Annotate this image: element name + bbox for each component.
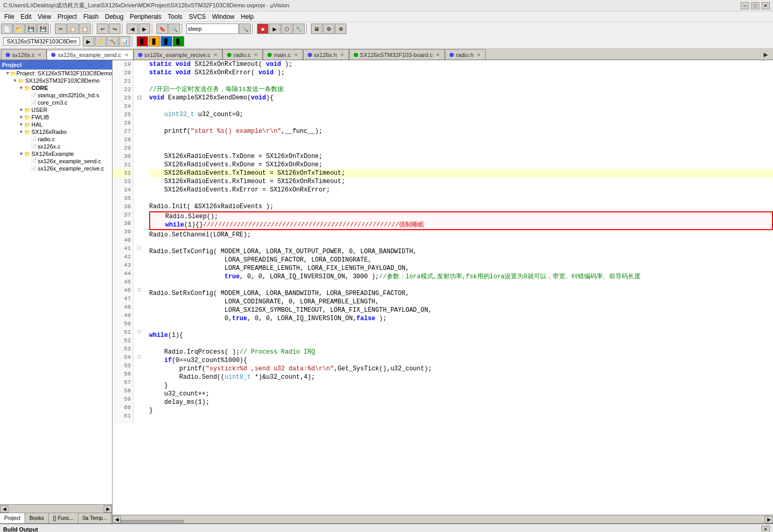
tree-sx126x-radio[interactable]: ▼ 📁 SX126xRadio	[0, 128, 112, 135]
hscroll-left[interactable]: ◀	[113, 516, 121, 523]
tab-radio-h[interactable]: radio.h ✕	[445, 49, 486, 60]
toolbar-save-all[interactable]: 💾	[37, 24, 49, 34]
menu-peripherals[interactable]: Peripherals	[127, 13, 165, 21]
toolbar-color1[interactable]: ▊	[137, 36, 148, 47]
tree-example-recive[interactable]: 📄 sx126x_example_recive.c	[0, 165, 112, 172]
toolbar-color4[interactable]: ▊	[173, 36, 184, 47]
minimize-button[interactable]: ─	[741, 2, 749, 9]
toolbar-monitor[interactable]: 🖥	[311, 24, 322, 34]
tab-close[interactable]: ✕	[125, 52, 129, 58]
toolbar-cut[interactable]: ✂	[55, 24, 66, 34]
tree-demo[interactable]: ▼ 📁 SX126xSTM32F103C8Demo	[0, 77, 112, 84]
search-input[interactable]	[186, 24, 239, 34]
toolbar-paste[interactable]: 📋	[79, 24, 91, 34]
tree-user[interactable]: ▼ 📁 USER	[0, 106, 112, 114]
hscroll-thumb[interactable]	[121, 520, 184, 524]
menu-help[interactable]: Help	[238, 13, 257, 21]
menu-svcs[interactable]: SVCS	[186, 13, 209, 21]
menu-view[interactable]: View	[35, 13, 54, 21]
maximize-button[interactable]: □	[751, 2, 759, 9]
toolbar-target1[interactable]: ▶	[83, 36, 94, 47]
tab-recive[interactable]: sx126x_example_recive.c ✕	[133, 49, 223, 60]
toolbar-dbg1[interactable]: ⚙	[323, 24, 334, 34]
tree-label: Project: SX126xSTM32F103C8Demo	[16, 70, 112, 76]
tab-send[interactable]: sx126x_example_send.c ✕	[47, 50, 133, 60]
code-hscroll[interactable]: ◀ ▶	[113, 515, 773, 523]
close-button[interactable]: ✕	[761, 2, 770, 9]
toolbar-color3[interactable]: ▊	[161, 36, 172, 47]
menu-project[interactable]: Project	[54, 13, 80, 21]
code-area[interactable]: 19 20 21 22 23 24 25 26 27 28 29 30 31 3…	[113, 60, 773, 515]
collapse-41[interactable]: □	[138, 244, 149, 253]
toolbar-dbg2[interactable]: ⚙	[335, 24, 346, 34]
tab-close[interactable]: ✕	[477, 52, 481, 58]
collapse-51[interactable]: □	[138, 328, 149, 336]
collapse-36	[138, 202, 149, 211]
tab-close[interactable]: ✕	[214, 52, 218, 58]
toolbar-copy[interactable]: 📋	[67, 24, 79, 34]
scroll-right[interactable]: ▶	[104, 505, 112, 513]
collapse-23[interactable]: □	[138, 94, 149, 102]
toolbar-btn2[interactable]: ⬡	[281, 24, 293, 34]
toolbar-find[interactable]: 🔍	[169, 24, 180, 34]
project-name-combo[interactable]: SX126xSTM32F103C8Den	[1, 38, 82, 44]
tree-example-send[interactable]: 📄 sx126x_example_send.c	[0, 157, 112, 165]
toolbar-build-stop[interactable]: ■	[257, 24, 268, 34]
tree-sx126x-example[interactable]: ▼ 📁 SX126xExample	[0, 150, 112, 157]
tab-close[interactable]: ✕	[38, 52, 42, 58]
bottom-close-btn[interactable]: ✕	[761, 526, 770, 533]
toolbar-new[interactable]: 📄	[1, 24, 13, 34]
toolbar-nav-back[interactable]: ◀	[127, 24, 138, 34]
menu-window[interactable]: Window	[209, 13, 238, 21]
tab-templates[interactable]: 0a Temp...	[79, 513, 112, 523]
toolbar-bookmark[interactable]: 🔖	[156, 24, 168, 34]
tab-close[interactable]: ✕	[340, 52, 344, 58]
toolbar-target3[interactable]: 🔨	[107, 36, 118, 47]
tree-core[interactable]: ▼ 📁 CORE	[0, 84, 112, 92]
toolbar-btn3[interactable]: 🔧	[293, 24, 305, 34]
tab-radio-c[interactable]: radio.c ✕	[222, 49, 263, 60]
toolbar-search-go[interactable]: 🔍	[239, 24, 251, 34]
menu-debug[interactable]: Debug	[102, 13, 127, 21]
project-hscroll: ◀ ▶	[0, 504, 112, 513]
tree-core-cm3[interactable]: 📄 core_cm3.c	[0, 99, 112, 106]
toolbar-color2[interactable]: ▊	[149, 36, 160, 47]
tab-close[interactable]: ✕	[294, 52, 298, 58]
toolbar-open[interactable]: 📂	[13, 24, 25, 34]
menu-edit[interactable]: Edit	[17, 13, 35, 21]
tree-sx126x-c[interactable]: 📄 sx126x.c	[0, 143, 112, 150]
collapse-46[interactable]: □	[138, 286, 149, 295]
tab-close[interactable]: ✕	[436, 52, 440, 58]
tab-sx126x-h[interactable]: sx126x.h ✕	[303, 49, 349, 60]
tree-project-root[interactable]: ▼ 📁 Project: SX126xSTM32F103C8Demo	[0, 70, 112, 77]
tab-functions[interactable]: {} Func...	[49, 513, 79, 523]
tab-sx126x[interactable]: sx126x.c ✕	[1, 49, 47, 60]
tree-radio-c[interactable]: 📄 radio.c	[0, 135, 112, 143]
scroll-left[interactable]: ◀	[0, 505, 8, 513]
folder-icon: 📁	[24, 107, 31, 113]
menu-file[interactable]: File	[1, 13, 17, 21]
toolbar-nav-fwd[interactable]: ▶	[139, 24, 150, 34]
tab-dot	[450, 53, 454, 57]
plain: );	[375, 314, 387, 323]
tab-close[interactable]: ✕	[254, 52, 258, 58]
menu-tools[interactable]: Tools	[165, 13, 186, 21]
toolbar-target4[interactable]: 📊	[119, 36, 130, 47]
tab-project[interactable]: Project	[0, 513, 25, 523]
tree-startup[interactable]: 📄 startup_stm32f10x_hd.s	[0, 92, 112, 99]
tab-books[interactable]: Books	[25, 513, 49, 523]
hscroll-right[interactable]: ▶	[765, 516, 773, 523]
type: uint32_t	[164, 110, 195, 119]
tab-board[interactable]: SX126xSTM32F103-board.c ✕	[349, 49, 445, 60]
tab-main[interactable]: main.c ✕	[263, 49, 303, 60]
toolbar-save[interactable]: 💾	[25, 24, 37, 34]
tree-fwlib[interactable]: ▼ 📁 FWLIB	[0, 114, 112, 121]
toolbar-target2[interactable]: ⚡	[95, 36, 106, 47]
tree-hal[interactable]: ▼ 📁 HAL	[0, 121, 112, 128]
tab-scroll-right[interactable]: ▶	[759, 49, 772, 60]
toolbar-btn1[interactable]: ▶	[269, 24, 281, 34]
toolbar-redo[interactable]: ↪	[109, 24, 120, 34]
toolbar-undo[interactable]: ↩	[97, 24, 108, 34]
collapse-54[interactable]: □	[138, 353, 149, 361]
menu-flash[interactable]: Flash	[80, 13, 102, 21]
